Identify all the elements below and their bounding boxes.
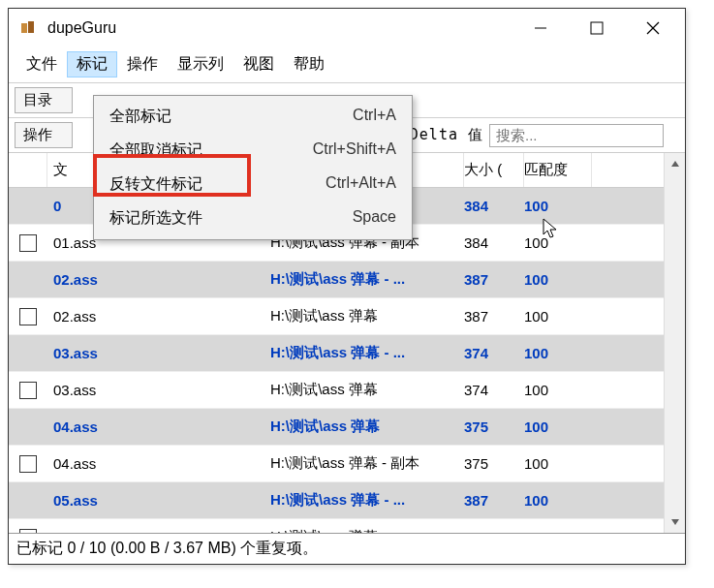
menu-columns[interactable]: 显示列 [168, 51, 233, 77]
svg-marker-6 [671, 161, 679, 167]
row-checkbox[interactable] [19, 308, 37, 325]
menu-file[interactable]: 文件 [16, 51, 67, 77]
scroll-up-icon[interactable] [665, 153, 685, 174]
window-controls [526, 14, 667, 43]
dd-label: 标记所选文件 [109, 208, 353, 229]
row-checkbox-cell [9, 455, 47, 473]
svg-rect-0 [21, 23, 27, 33]
row-checkbox-cell [9, 308, 47, 325]
dd-invert-mark[interactable]: 反转文件标记 Ctrl+Alt+A [96, 168, 410, 201]
maximize-button[interactable] [582, 14, 611, 43]
row-filename: 02.ass [47, 271, 270, 288]
row-filename: 02.ass [47, 308, 270, 325]
dd-shortcut: Ctrl+Shift+A [313, 140, 396, 161]
col-match-header[interactable]: 匹配度 [524, 153, 592, 187]
table-row[interactable]: 05.assH:\测试\ass 弹幕387100 [9, 519, 685, 533]
row-directory: H:\测试\ass 弹幕 - 副本 [270, 454, 464, 473]
actions-button[interactable]: 操作 [15, 122, 73, 148]
table-row[interactable]: 04.assH:\测试\ass 弹幕375100 [9, 409, 685, 446]
table-row[interactable]: 02.assH:\测试\ass 弹幕 - ...387100 [9, 262, 685, 298]
mark-dropdown: 全部标记 Ctrl+A 全部取消标记 Ctrl+Shift+A 反转文件标记 C… [93, 95, 413, 240]
row-directory: H:\测试\ass 弹幕 [270, 381, 464, 399]
row-filename: 05.ass [47, 492, 270, 509]
row-match: 100 [524, 345, 592, 361]
row-filename: 03.ass [47, 382, 270, 398]
row-checkbox-cell [9, 234, 47, 252]
window-title: dupeGuru [47, 19, 116, 37]
table-row[interactable]: 02.assH:\测试\ass 弹幕387100 [9, 298, 685, 335]
row-checkbox[interactable] [19, 455, 37, 473]
row-filename: 05.ass [47, 529, 270, 533]
svg-rect-3 [591, 22, 603, 34]
app-icon [18, 18, 38, 38]
col-size-header[interactable]: 大小 ( [464, 153, 524, 187]
row-match: 100 [524, 418, 592, 435]
row-size: 374 [464, 345, 524, 361]
search-input[interactable] [489, 124, 664, 147]
dd-mark-all[interactable]: 全部标记 Ctrl+A [96, 100, 410, 134]
directories-button[interactable]: 目录 [15, 87, 73, 113]
dd-label: 反转文件标记 [109, 174, 326, 195]
dd-label: 全部标记 [109, 107, 353, 127]
status-text: 已标记 0 / 10 (0.00 B / 3.67 MB) 个重复项。 [16, 540, 318, 556]
table-row[interactable]: 03.assH:\测试\ass 弹幕374100 [9, 372, 685, 409]
row-checkbox[interactable] [19, 529, 37, 534]
row-size: 384 [464, 198, 524, 214]
row-size: 384 [464, 234, 524, 251]
menu-mark[interactable]: 标记 [67, 51, 117, 77]
dd-label: 全部取消标记 [109, 140, 313, 161]
menu-actions[interactable]: 操作 [117, 51, 168, 77]
table-row[interactable]: 03.assH:\测试\ass 弹幕 - ...374100 [9, 335, 685, 372]
row-filename: 03.ass [47, 345, 270, 361]
dd-shortcut: Ctrl+Alt+A [326, 174, 396, 195]
row-directory: H:\测试\ass 弹幕 [270, 418, 464, 436]
titlebar: dupeGuru [9, 9, 685, 47]
row-filename: 04.ass [47, 418, 270, 435]
statusbar: 已标记 0 / 10 (0.00 B / 3.67 MB) 个重复项。 [9, 533, 685, 564]
svg-marker-7 [671, 519, 679, 525]
row-checkbox-cell [9, 382, 47, 399]
row-match: 100 [524, 271, 592, 288]
minimize-button[interactable] [526, 14, 555, 43]
row-match: 100 [524, 529, 592, 533]
table-row[interactable]: 05.assH:\测试\ass 弹幕 - ...387100 [9, 482, 685, 519]
row-directory: H:\测试\ass 弹幕 - ... [270, 491, 464, 510]
row-match: 100 [524, 455, 592, 472]
row-match: 100 [524, 198, 592, 214]
row-filename: 04.ass [47, 455, 270, 472]
row-size: 375 [464, 455, 524, 472]
row-directory: H:\测试\ass 弹幕 [270, 528, 464, 533]
row-checkbox[interactable] [19, 234, 37, 252]
row-size: 387 [464, 492, 524, 509]
scrollbar-vertical[interactable] [664, 153, 685, 533]
row-checkbox[interactable] [19, 382, 37, 399]
table-row[interactable]: 04.assH:\测试\ass 弹幕 - 副本375100 [9, 446, 685, 482]
delta-label: Delta 值 [410, 126, 483, 144]
menu-help[interactable]: 帮助 [284, 51, 334, 77]
close-button[interactable] [638, 14, 667, 43]
dd-mark-selected[interactable]: 标记所选文件 Space [96, 201, 410, 235]
row-directory: H:\测试\ass 弹幕 [270, 307, 464, 325]
dd-shortcut: Ctrl+A [353, 107, 396, 127]
row-size: 387 [464, 529, 524, 533]
row-match: 100 [524, 382, 592, 398]
row-match: 100 [524, 492, 592, 509]
row-size: 374 [464, 382, 524, 398]
row-match: 100 [524, 308, 592, 325]
menubar: 文件 标记 操作 显示列 视图 帮助 [9, 47, 685, 82]
dd-unmark-all[interactable]: 全部取消标记 Ctrl+Shift+A [96, 134, 410, 168]
row-directory: H:\测试\ass 弹幕 - ... [270, 344, 464, 362]
dd-shortcut: Space [353, 208, 396, 229]
row-size: 387 [464, 308, 524, 325]
row-match: 100 [524, 234, 592, 251]
row-checkbox-cell [9, 529, 47, 534]
row-size: 387 [464, 271, 524, 288]
row-directory: H:\测试\ass 弹幕 - ... [270, 270, 464, 289]
scroll-down-icon[interactable] [665, 511, 685, 533]
app-window: dupeGuru 文件 标记 操作 显示列 视图 帮助 目录 操作 De [8, 8, 686, 565]
menu-view[interactable]: 视图 [233, 51, 284, 77]
col-check-header[interactable] [9, 153, 47, 187]
svg-rect-1 [28, 21, 34, 33]
row-size: 375 [464, 418, 524, 435]
